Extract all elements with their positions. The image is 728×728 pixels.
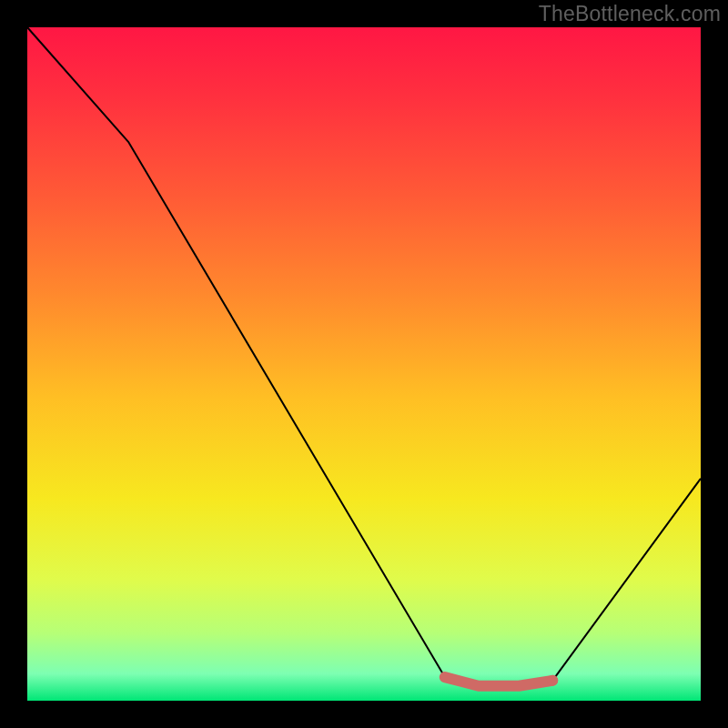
optimal-point-marker <box>547 675 558 686</box>
bottleneck-chart <box>0 0 728 728</box>
watermark-text: TheBottleneck.com <box>539 2 721 26</box>
plot-background <box>27 27 701 701</box>
